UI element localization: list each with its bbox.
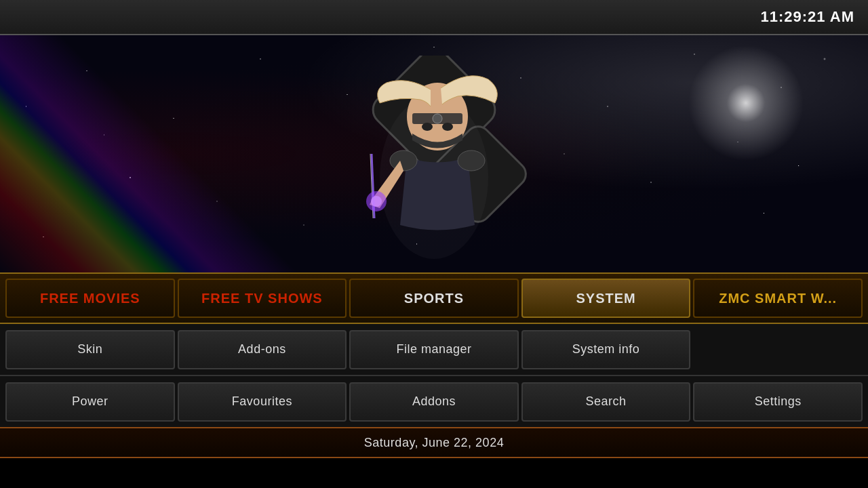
time-display: 11:29:21 AM — [760, 8, 854, 26]
file-manager-button[interactable]: File manager — [349, 330, 519, 369]
date-display: Saturday, June 22, 2024 — [364, 436, 504, 450]
system-info-button[interactable]: System info — [521, 330, 691, 369]
power-button[interactable]: Power — [5, 382, 175, 422]
tab-free-tv-shows[interactable]: FREE TV SHOWS — [178, 279, 347, 318]
hero-section — [0, 35, 868, 272]
settings-button[interactable]: Settings — [693, 382, 863, 422]
svg-point-9 — [458, 150, 485, 171]
favourites-button[interactable]: Favourites — [178, 382, 347, 422]
svg-point-6 — [422, 123, 433, 131]
addons-button[interactable]: Addons — [349, 382, 519, 422]
date-bar: Saturday, June 22, 2024 — [0, 427, 868, 458]
ninja-character — [332, 42, 536, 272]
tab-free-movies[interactable]: FREE MOVIES — [5, 279, 175, 318]
action-row-1: Skin Add-ons File manager System info — [0, 324, 868, 375]
skin-button[interactable]: Skin — [5, 330, 175, 369]
tab-system[interactable]: SYSTEM — [521, 279, 691, 318]
action-row-2: Power Favourites Addons Search Settings — [0, 375, 868, 427]
navigation-tabs: FREE MOVIES FREE TV SHOWS SPORTS SYSTEM … — [0, 272, 868, 324]
search-button[interactable]: Search — [521, 382, 691, 422]
rainbow-decoration — [0, 35, 305, 272]
svg-point-8 — [390, 150, 417, 171]
time-bar: 11:29:21 AM — [0, 0, 868, 35]
tab-zmc-smart[interactable]: ZMC SMART W... — [693, 279, 863, 318]
svg-point-7 — [442, 123, 453, 131]
add-ons-button[interactable]: Add-ons — [178, 330, 347, 369]
tab-sports[interactable]: SPORTS — [349, 279, 519, 318]
svg-point-5 — [433, 114, 442, 123]
empty-slot-1 — [693, 330, 863, 369]
svg-point-13 — [371, 196, 382, 207]
